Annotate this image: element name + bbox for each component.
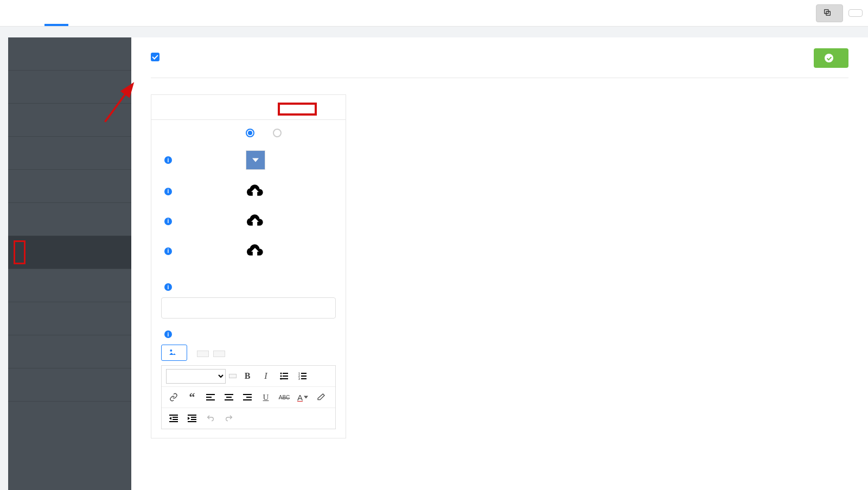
tab-settings[interactable] [44,0,68,26]
radio-classic[interactable] [273,129,285,137]
label-form-logo: i [161,218,237,225]
chevron-down-icon [252,157,259,163]
shortcode-button[interactable] [816,4,843,22]
svg-rect-22 [226,397,232,398]
annotation-highlight [14,240,25,264]
align-right-icon [243,393,252,402]
label-bg-image: i [161,188,237,195]
clear-format-button[interactable] [314,390,329,405]
chevron-down-icon [304,395,308,399]
text-color-button[interactable]: A [295,390,310,405]
save-settings-button[interactable] [814,48,848,68]
sidebar-item-email-notifications[interactable] [8,71,131,104]
sidebar-item-quiz-settings[interactable] [8,269,131,302]
card: i i [151,94,346,438]
svg-point-5 [280,373,282,374]
page-heading-input[interactable] [161,297,336,319]
insert-button-btn[interactable] [229,374,237,378]
svg-rect-18 [206,394,215,395]
editor-mode-tabs [197,351,225,357]
divider [151,78,848,78]
format-select[interactable] [166,369,226,384]
card-tab-share[interactable] [248,95,346,119]
outdent-button[interactable] [166,411,181,426]
strikethrough-button[interactable]: ABC [277,390,292,405]
editor-toprow [161,345,336,361]
form-title [5,0,21,26]
eraser-icon [317,393,326,402]
label-bg-color: i [161,156,237,164]
mode-text[interactable] [213,351,225,357]
info-icon: i [164,283,172,291]
wysiwyg-editor: B I 123 “ [161,365,336,429]
svg-rect-31 [188,415,196,416]
redo-button[interactable] [221,411,237,426]
toolbar-row-3 [162,408,335,429]
svg-rect-29 [173,419,178,420]
upload-form-logo[interactable] [246,213,264,230]
radio-group-style [246,129,285,137]
sidebar [8,37,131,490]
topbar [0,0,868,27]
indent-button[interactable] [184,411,200,426]
bullet-list-button[interactable] [277,368,292,384]
radio-boxed[interactable] [246,129,258,137]
bold-button[interactable]: B [240,368,255,384]
svg-rect-32 [191,417,196,418]
svg-rect-26 [243,399,252,400]
undo-button[interactable] [203,411,218,426]
svg-rect-20 [206,399,215,400]
annotation-highlight [278,103,317,116]
radio-checked-icon [246,129,254,137]
svg-rect-34 [188,421,196,422]
sidebar-item-webhook[interactable] [8,302,131,335]
undo-icon [206,414,215,423]
align-right-button[interactable] [240,390,255,405]
radio-unchecked-icon [273,129,282,137]
enable-landing-page-toggle[interactable] [151,53,165,61]
underline-button[interactable]: U [258,390,273,405]
sidebar-item-pdf-feeds[interactable] [8,170,131,203]
row-featured-image: i [161,243,336,259]
sidebar-item-custom-css-js[interactable] [8,335,131,368]
link-button[interactable] [166,390,181,405]
topbar-right [816,4,863,22]
tab-entries[interactable] [68,0,92,26]
preview-button[interactable] [848,9,863,17]
svg-text:3: 3 [298,377,300,380]
card-tab-design[interactable] [151,95,248,119]
svg-rect-33 [191,419,196,420]
info-icon: i [164,156,172,164]
sidebar-item-landing-page[interactable] [8,236,131,269]
body: i i [0,27,868,490]
svg-point-7 [280,376,282,377]
label-featured-image: i [161,247,237,255]
sidebar-item-form-settings[interactable] [8,37,131,71]
align-left-button[interactable] [203,390,218,405]
svg-rect-21 [225,394,233,395]
numbered-list-button[interactable]: 123 [295,368,310,384]
info-icon: i [164,218,172,225]
upload-bg-image[interactable] [246,183,264,200]
align-left-icon [206,393,215,402]
sidebar-item-marketing-crm[interactable] [8,368,131,402]
mode-visual[interactable] [197,351,209,357]
sidebar-item-other-confirmations[interactable] [8,104,131,137]
svg-rect-24 [243,394,252,395]
align-center-button[interactable] [221,390,237,405]
blockquote-button[interactable]: “ [184,390,200,405]
color-picker[interactable] [246,150,265,170]
sidebar-item-slack[interactable] [8,137,131,170]
row-form-logo: i [161,213,336,230]
page-header [151,48,848,68]
tab-editor[interactable] [21,0,44,26]
topbar-left [5,0,92,26]
indent-icon [188,414,196,423]
sidebar-item-zapier[interactable] [8,203,131,236]
add-media-button[interactable] [161,345,187,361]
toolbar-row-2: “ U ABC A [162,387,335,408]
upload-featured-image[interactable] [246,243,264,259]
italic-button[interactable]: I [258,368,273,384]
svg-rect-13 [301,373,307,374]
svg-rect-17 [301,378,307,379]
